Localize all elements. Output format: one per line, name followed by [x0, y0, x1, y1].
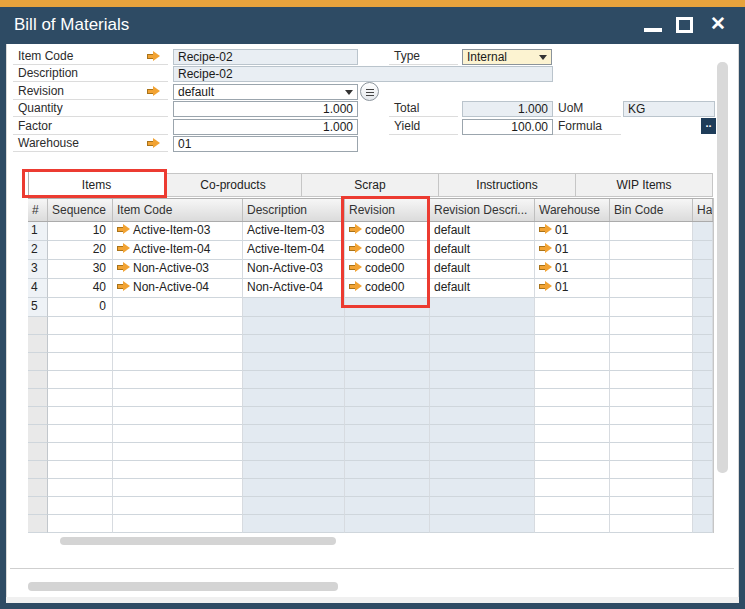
cell-num[interactable] — [28, 335, 48, 353]
factor-field[interactable]: 1.000 — [173, 119, 358, 135]
cell-revision[interactable] — [345, 317, 430, 335]
tab-co-products[interactable]: Co-products — [165, 173, 302, 197]
column-header-description[interactable]: Description — [243, 199, 345, 221]
cell-description[interactable] — [243, 317, 345, 335]
cell-ha[interactable] — [693, 335, 713, 353]
minimize-icon[interactable] — [644, 28, 662, 32]
cell-ha[interactable] — [693, 461, 713, 479]
cell-num[interactable] — [28, 443, 48, 461]
cell-revision[interactable] — [345, 335, 430, 353]
cell-sequence[interactable] — [48, 479, 113, 497]
cell-num[interactable] — [28, 461, 48, 479]
column-header-item_code[interactable]: Item Code — [113, 199, 243, 221]
close-icon[interactable]: ✕ — [706, 11, 730, 37]
cell-warehouse[interactable] — [535, 407, 610, 425]
cell-description[interactable] — [243, 407, 345, 425]
cell-item_code[interactable] — [113, 461, 243, 479]
cell-bin_code[interactable] — [610, 371, 693, 389]
cell-item_code[interactable]: Non-Active-04 — [113, 279, 243, 298]
cell-item_code[interactable] — [113, 407, 243, 425]
cell-warehouse[interactable] — [535, 389, 610, 407]
cell-bin_code[interactable] — [610, 515, 693, 533]
tab-wip-items[interactable]: WIP Items — [576, 173, 713, 197]
description-field[interactable]: Recipe-02 — [173, 66, 553, 82]
item-code-field[interactable]: Recipe-02 — [173, 49, 358, 65]
cell-num[interactable]: 3 — [28, 260, 48, 279]
cell-sequence[interactable]: 20 — [48, 241, 113, 260]
column-header-revision[interactable]: Revision — [345, 199, 430, 221]
cell-revision[interactable]: code00 — [345, 241, 430, 260]
cell-sequence[interactable] — [48, 515, 113, 533]
cell-revision_desc[interactable]: default — [430, 222, 535, 241]
cell-num[interactable] — [28, 371, 48, 389]
cell-ha[interactable] — [693, 317, 713, 335]
cell-description[interactable]: Non-Active-03 — [243, 260, 345, 279]
cell-description[interactable] — [243, 298, 345, 317]
cell-item_code[interactable] — [113, 443, 243, 461]
cell-ha[interactable] — [693, 298, 713, 317]
cell-num[interactable]: 1 — [28, 222, 48, 241]
cell-num[interactable]: 5 — [28, 298, 48, 317]
cell-warehouse[interactable]: 01 — [535, 241, 610, 260]
yield-field[interactable]: 100.00 — [462, 119, 553, 135]
cell-warehouse[interactable] — [535, 479, 610, 497]
cell-bin_code[interactable] — [610, 443, 693, 461]
cell-bin_code[interactable] — [610, 335, 693, 353]
cell-sequence[interactable] — [48, 317, 113, 335]
cell-revision[interactable] — [345, 425, 430, 443]
cell-revision_desc[interactable] — [430, 317, 535, 335]
cell-link-arrow-icon[interactable] — [349, 243, 362, 254]
total-field[interactable]: 1.000 — [462, 101, 553, 117]
cell-bin_code[interactable] — [610, 353, 693, 371]
cell-item_code[interactable] — [113, 317, 243, 335]
cell-bin_code[interactable] — [610, 241, 693, 260]
cell-item_code[interactable] — [113, 497, 243, 515]
cell-link-arrow-icon[interactable] — [539, 224, 552, 235]
cell-ha[interactable] — [693, 241, 713, 260]
column-header-bin_code[interactable]: Bin Code — [610, 199, 693, 221]
cell-description[interactable] — [243, 515, 345, 533]
cell-ha[interactable] — [693, 222, 713, 241]
cell-description[interactable] — [243, 353, 345, 371]
cell-revision[interactable] — [345, 298, 430, 317]
cell-revision[interactable] — [345, 389, 430, 407]
cell-item_code[interactable] — [113, 335, 243, 353]
cell-sequence[interactable] — [48, 371, 113, 389]
cell-warehouse[interactable] — [535, 515, 610, 533]
cell-item_code[interactable] — [113, 479, 243, 497]
cell-item_code[interactable] — [113, 353, 243, 371]
cell-description[interactable] — [243, 461, 345, 479]
cell-sequence[interactable]: 30 — [48, 260, 113, 279]
cell-num[interactable] — [28, 425, 48, 443]
cell-sequence[interactable] — [48, 443, 113, 461]
cell-description[interactable] — [243, 371, 345, 389]
cell-warehouse[interactable] — [535, 461, 610, 479]
column-header-warehouse[interactable]: Warehouse — [535, 199, 610, 221]
cell-warehouse[interactable] — [535, 497, 610, 515]
cell-ha[interactable] — [693, 389, 713, 407]
cell-bin_code[interactable] — [610, 479, 693, 497]
cell-bin_code[interactable] — [610, 260, 693, 279]
cell-ha[interactable] — [693, 443, 713, 461]
uom-field[interactable]: KG — [623, 101, 715, 117]
cell-revision_desc[interactable] — [430, 515, 535, 533]
cell-revision[interactable] — [345, 515, 430, 533]
tab-instructions[interactable]: Instructions — [439, 173, 576, 197]
cell-sequence[interactable] — [48, 407, 113, 425]
cell-num[interactable] — [28, 497, 48, 515]
cell-sequence[interactable] — [48, 353, 113, 371]
cell-ha[interactable] — [693, 260, 713, 279]
revision-dropdown[interactable]: default — [173, 84, 358, 100]
cell-item_code[interactable]: Active-Item-04 — [113, 241, 243, 260]
cell-description[interactable] — [243, 425, 345, 443]
cell-ha[interactable] — [693, 479, 713, 497]
cell-item_code[interactable] — [113, 425, 243, 443]
cell-warehouse[interactable]: 01 — [535, 279, 610, 298]
cell-revision[interactable] — [345, 443, 430, 461]
cell-revision_desc[interactable] — [430, 425, 535, 443]
cell-ha[interactable] — [693, 371, 713, 389]
cell-num[interactable] — [28, 515, 48, 533]
cell-link-arrow-icon[interactable] — [539, 281, 552, 292]
cell-num[interactable]: 4 — [28, 279, 48, 298]
cell-item_code[interactable]: Non-Active-03 — [113, 260, 243, 279]
